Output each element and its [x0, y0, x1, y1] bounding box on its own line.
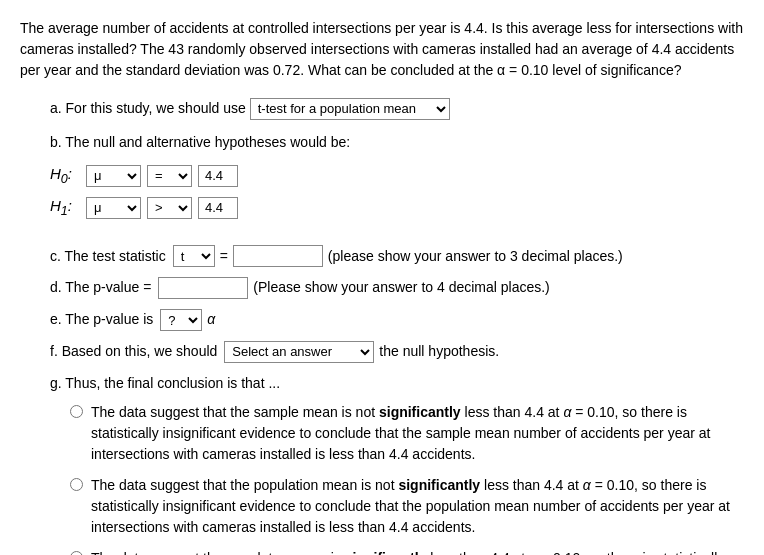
part-a-label: a. For this study, we should use — [50, 100, 246, 116]
h1-label: H1: — [50, 197, 80, 218]
h0-value: 4.4 — [198, 165, 238, 187]
part-c-hint: (please show your answer to 3 decimal pl… — [328, 245, 623, 269]
h0-symbol-select[interactable]: μ x̄ — [86, 165, 141, 187]
part-e-select[interactable]: ? < > = ≤ ≥ — [160, 309, 202, 331]
part-f: f. Based on this, we should Select an an… — [50, 340, 744, 364]
part-f-label: f. Based on this, we should — [50, 340, 217, 364]
part-e: e. The p-value is ? < > = ≤ ≥ α — [50, 308, 744, 332]
part-c-equals: = — [220, 245, 228, 269]
part-d-input[interactable] — [158, 277, 248, 299]
h1-value: 4.4 — [198, 197, 238, 219]
radio-1-label[interactable]: The data suggest that the sample mean is… — [91, 402, 744, 465]
radio-item-1: The data suggest that the sample mean is… — [70, 402, 744, 465]
h0-label: H0: — [50, 165, 80, 186]
radio-2-label[interactable]: The data suggest that the population mea… — [91, 475, 744, 538]
part-c-t-select[interactable]: t z — [173, 245, 215, 267]
part-g-label: g. Thus, the final conclusion is that ..… — [50, 372, 744, 396]
part-d: d. The p-value = (Please show your answe… — [50, 276, 744, 300]
part-f-select[interactable]: Select an answer reject fail to reject — [224, 341, 374, 363]
radio-item-2: The data suggest that the population mea… — [70, 475, 744, 538]
radio-item-3: The data suggest the populaton mean is s… — [70, 548, 744, 555]
radio-2[interactable] — [70, 478, 83, 491]
part-e-label: e. The p-value is — [50, 308, 153, 332]
h1-row: H1: μ x̄ = < > ≤ ≥ ≠ 4.4 — [50, 197, 744, 219]
intro-text: The average number of accidents at contr… — [20, 18, 744, 81]
radio-1[interactable] — [70, 405, 83, 418]
radio-group: The data suggest that the sample mean is… — [70, 402, 744, 555]
part-f-suffix: the null hypothesis. — [379, 340, 499, 364]
part-b-label: b. The null and alternative hypotheses w… — [50, 131, 744, 155]
h0-row: H0: μ x̄ = < > ≤ ≥ ≠ 4.4 — [50, 165, 744, 187]
part-e-alpha: α — [207, 308, 215, 332]
part-c-label: c. The test statistic — [50, 245, 166, 269]
part-d-label: d. The p-value = — [50, 276, 151, 300]
radio-3-label[interactable]: The data suggest the populaton mean is s… — [91, 548, 744, 555]
part-d-hint: (Please show your answer to 4 decimal pl… — [253, 276, 549, 300]
part-a: a. For this study, we should use t-test … — [50, 97, 744, 121]
part-c-input[interactable] — [233, 245, 323, 267]
part-c: c. The test statistic t z = (please show… — [50, 245, 744, 269]
h1-symbol-select[interactable]: μ x̄ — [86, 197, 141, 219]
radio-3[interactable] — [70, 551, 83, 555]
part-a-select[interactable]: t-test for a population mean z-test for … — [250, 98, 450, 120]
h0-eq-select[interactable]: = < > ≤ ≥ ≠ — [147, 165, 192, 187]
h1-eq-select[interactable]: = < > ≤ ≥ ≠ — [147, 197, 192, 219]
